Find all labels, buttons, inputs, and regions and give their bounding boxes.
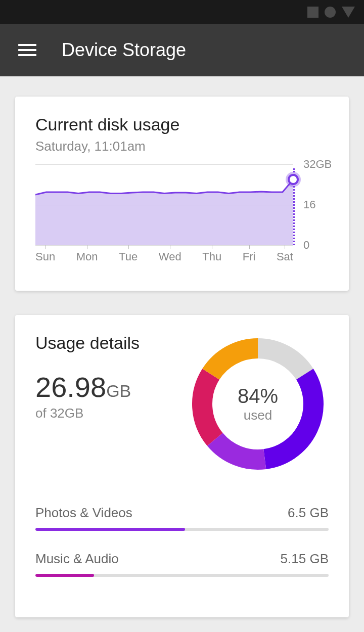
svg-rect-0 bbox=[307, 7, 318, 18]
category-value: 6.5 GB bbox=[288, 505, 329, 521]
donut-percent: 84% bbox=[238, 385, 278, 408]
hamburger-icon[interactable] bbox=[18, 44, 36, 56]
status-bar bbox=[0, 0, 364, 24]
usage-card-title: Usage details bbox=[35, 333, 187, 353]
chart-x-label: Mon bbox=[76, 250, 98, 263]
chart-marker-dot bbox=[286, 172, 301, 187]
chart-y-label: 16 bbox=[303, 198, 315, 211]
chart-x-label: Tue bbox=[119, 250, 138, 263]
category-bar-track bbox=[35, 528, 329, 531]
category-bar-fill bbox=[35, 528, 185, 531]
chart-x-label: Thu bbox=[202, 250, 221, 263]
chart-x-label: Sat bbox=[277, 250, 293, 263]
chart-x-label: Sun bbox=[35, 250, 55, 263]
usage-donut-chart: 84% used bbox=[187, 333, 329, 475]
category-label: Music & Audio bbox=[35, 551, 119, 567]
chart-y-label: 0 bbox=[303, 239, 309, 252]
disk-card-subtitle: Saturday, 11:01am bbox=[35, 139, 329, 154]
chart-gridline bbox=[35, 245, 293, 246]
content-area: Current disk usage Saturday, 11:01am 016… bbox=[0, 76, 364, 632]
usage-unit: GB bbox=[106, 381, 131, 400]
app-bar: Device Storage bbox=[0, 24, 364, 76]
donut-segment bbox=[215, 439, 265, 460]
category-bar-track bbox=[35, 574, 329, 577]
page-title: Device Storage bbox=[62, 39, 186, 61]
status-circle-icon bbox=[325, 7, 336, 18]
chart-y-label: 32GB bbox=[303, 158, 332, 171]
donut-label: used bbox=[238, 408, 278, 423]
usage-value: 26.98GB bbox=[35, 373, 187, 401]
storage-category-row[interactable]: Music & Audio5.15 GB bbox=[35, 551, 329, 577]
disk-card-title: Current disk usage bbox=[35, 115, 329, 134]
usage-of-text: of 32GB bbox=[35, 405, 187, 421]
status-triangle-icon bbox=[342, 7, 355, 18]
svg-point-1 bbox=[325, 7, 336, 18]
disk-usage-card: Current disk usage Saturday, 11:01am 016… bbox=[15, 97, 349, 291]
usage-details-card: Usage details 26.98GB of 32GB 84% used P… bbox=[15, 315, 349, 617]
category-label: Photos & Videos bbox=[35, 505, 132, 521]
disk-usage-chart: 01632GB SunMonTueWedThuFriSat bbox=[35, 164, 329, 270]
status-square-icon bbox=[307, 7, 318, 18]
category-bar-fill bbox=[35, 574, 94, 577]
svg-marker-2 bbox=[342, 7, 355, 18]
storage-category-row[interactable]: Photos & Videos6.5 GB bbox=[35, 505, 329, 531]
chart-x-label: Fri bbox=[243, 250, 256, 263]
usage-number: 26.98 bbox=[35, 371, 106, 403]
donut-segment bbox=[211, 348, 258, 374]
category-value: 5.15 GB bbox=[281, 551, 329, 567]
donut-segment bbox=[258, 348, 305, 374]
chart-x-label: Wed bbox=[159, 250, 181, 263]
area-chart-svg bbox=[35, 164, 293, 245]
donut-segment bbox=[202, 374, 215, 439]
